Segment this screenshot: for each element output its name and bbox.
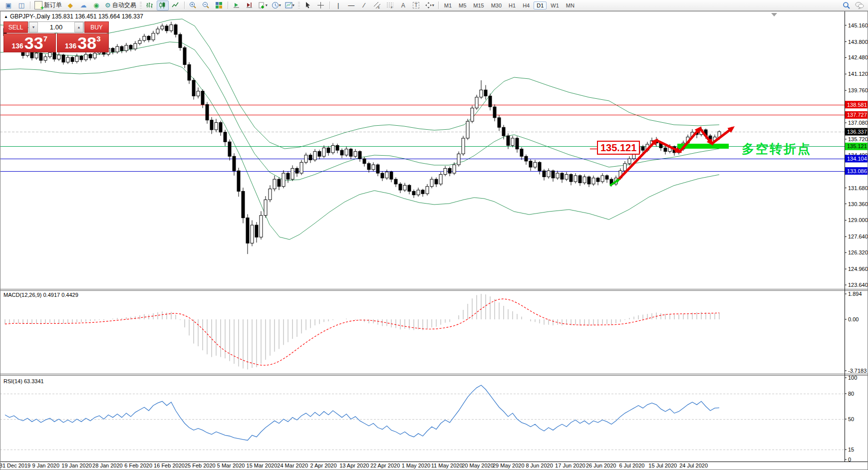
chat-icon (855, 1, 864, 9)
zoom-out-button[interactable] (200, 0, 212, 10)
candle-body (179, 34, 182, 48)
candle-body (605, 176, 608, 179)
channel-tool[interactable]: E (371, 0, 383, 10)
auto-scroll-button[interactable] (231, 0, 243, 10)
buy-price-display[interactable]: 136 38 3 (57, 33, 109, 52)
candle-body (349, 149, 352, 157)
candle-body (412, 191, 415, 195)
candle-body (224, 132, 227, 142)
candle-body (363, 159, 366, 164)
candle-body (39, 53, 42, 60)
svg-text:E: E (378, 6, 380, 9)
candle-body (161, 26, 164, 29)
timeframe-m5[interactable]: M5 (456, 1, 469, 9)
volume-value[interactable]: 1.00 (38, 22, 74, 32)
search-button[interactable] (841, 0, 853, 10)
cursor-button[interactable] (302, 0, 314, 10)
timeframe-m15[interactable]: M15 (470, 1, 487, 9)
candle-body (525, 156, 528, 161)
zoom-in-button[interactable] (187, 0, 199, 10)
tile-windows-button[interactable] (213, 0, 225, 10)
candle-body (574, 176, 577, 182)
text-tool[interactable]: A (397, 0, 409, 10)
toolbox-button[interactable]: ◆ (64, 0, 76, 10)
sell-price-display[interactable]: 136 33 7 (3, 33, 56, 52)
line-chart-mode-button[interactable] (170, 0, 182, 10)
candle-body (498, 118, 501, 127)
candle-body (520, 149, 523, 157)
candle-body (561, 173, 564, 179)
candle-body (327, 148, 330, 153)
collapse-panel-icon[interactable]: ▲ (4, 14, 8, 19)
chart-canvas: 145.160143.800142.480141.120139.760138.4… (0, 11, 868, 470)
timeframe-w1[interactable]: W1 (548, 1, 562, 9)
candle-body (583, 177, 586, 183)
sell-button[interactable]: SELL (3, 21, 28, 33)
horizontal-line-tool[interactable]: — (345, 0, 357, 10)
candle-body (300, 162, 303, 173)
candle-body (165, 26, 168, 31)
templates-button[interactable]: ▾ (284, 0, 296, 10)
vertical-line-tool[interactable]: | (332, 0, 344, 10)
price-tick-label: 131.680 (848, 185, 868, 191)
date-label: 22 Apr 2020 (370, 463, 400, 469)
candle-body (255, 225, 258, 237)
candle-body (143, 36, 146, 40)
text-label-tool[interactable]: T (410, 0, 422, 10)
auto-trading-button[interactable]: ⚙ 自动交易 (103, 0, 138, 10)
chart-profiles-icon[interactable]: ◫ (15, 0, 27, 10)
candle-body (565, 175, 568, 180)
volume-down-button[interactable]: ▼ (29, 22, 38, 32)
date-label: 15 Mar 2020 (247, 463, 278, 469)
timeframe-d1[interactable]: D1 (534, 1, 547, 9)
mt4-window: ▣ ◫ 新订单 ◆ ☁ ◉ ⚙ 自动交易 (0, 0, 868, 470)
candlestick-mode-button[interactable] (157, 0, 169, 10)
trendline-icon: ∕ (364, 2, 365, 8)
candle-body (206, 104, 209, 120)
chart-shift-marker[interactable] (771, 13, 777, 16)
price-annotation-flag[interactable]: 135.121 (597, 141, 640, 155)
candle-body (251, 225, 254, 243)
candle-body (556, 173, 559, 178)
timeframe-m30[interactable]: M30 (488, 1, 505, 9)
candle-body (484, 90, 487, 96)
codebase-button[interactable]: ☁ (77, 0, 89, 10)
trendline-tool[interactable]: ∕ (358, 0, 370, 10)
candle-body (372, 165, 375, 170)
candle-body (489, 96, 492, 107)
new-order-button[interactable]: 新订单 (33, 0, 63, 10)
candle-body (210, 120, 213, 130)
arrows-tool[interactable]: ▾ (423, 0, 436, 10)
candle-body (116, 46, 119, 52)
new-chart-icon[interactable]: ▣ (2, 0, 14, 10)
signals-button[interactable]: ◉ (90, 0, 102, 10)
date-label: 13 Apr 2020 (339, 463, 369, 469)
timeframe-h1[interactable]: H1 (506, 1, 519, 9)
candle-body (587, 177, 590, 184)
line-chart-icon (172, 1, 179, 9)
buy-button[interactable]: BUY (84, 21, 109, 33)
bar-chart-mode-button[interactable] (144, 0, 156, 10)
candle-body (197, 91, 200, 96)
indicators-button[interactable]: ▾ (257, 0, 269, 10)
candle-body (215, 123, 218, 130)
chart-title: ▲GBPJPY-,Daily 135.831 136.451 135.664 1… (4, 13, 143, 20)
crosshair-button[interactable] (315, 0, 327, 10)
timeframe-mn[interactable]: MN (563, 1, 578, 9)
timeframe-h4[interactable]: H4 (520, 1, 533, 9)
timeframe-m1[interactable]: M1 (441, 1, 455, 9)
hline-icon: — (348, 2, 354, 8)
price-tick-label: 124.960 (848, 266, 868, 272)
fibonacci-tool[interactable]: F (384, 0, 396, 10)
rsi-tick-label: 50 (848, 416, 854, 422)
candle-body (174, 25, 177, 34)
chat-button[interactable] (854, 0, 866, 10)
periods-button[interactable]: ▾ (270, 0, 283, 10)
candle-body (376, 165, 379, 173)
volume-up-button[interactable]: ▲ (74, 22, 83, 32)
chart-shift-button[interactable] (244, 0, 256, 10)
candle-body (318, 152, 321, 157)
candle-body (385, 172, 388, 178)
chinese-annotation-text[interactable]: 多空转折点 (742, 141, 812, 157)
candle-body (381, 173, 384, 178)
